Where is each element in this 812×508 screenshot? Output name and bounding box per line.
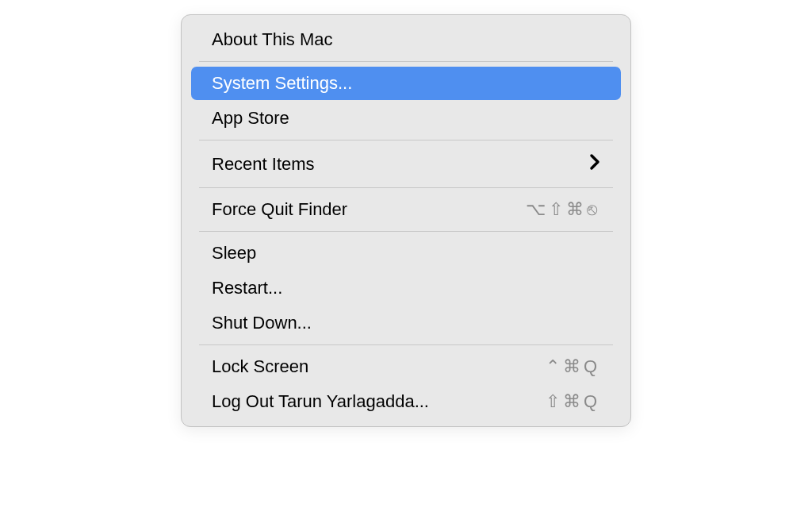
chevron-right-icon (589, 152, 600, 176)
menu-item-label: System Settings... (212, 73, 600, 94)
keyboard-shortcut: ⇧ ⌘ Q (546, 391, 600, 412)
command-key-icon: ⌘ (563, 391, 584, 412)
menu-item-label: Shut Down... (212, 313, 600, 333)
menu-item-shut-down[interactable]: Shut Down... (191, 306, 621, 340)
keyboard-shortcut: ⌃ ⌘ Q (546, 356, 600, 377)
apple-menu: About This Mac System Settings... App St… (181, 14, 631, 427)
keyboard-shortcut: ⌥ ⇧ ⌘ ⎋ (526, 199, 600, 220)
menu-separator (199, 187, 613, 188)
menu-separator (199, 231, 613, 232)
menu-separator (199, 140, 613, 140)
menu-item-app-store[interactable]: App Store (191, 102, 621, 135)
menu-item-about-this-mac[interactable]: About This Mac (191, 23, 621, 56)
shift-key-icon: ⇧ (546, 391, 563, 412)
command-key-icon: ⌘ (566, 199, 587, 220)
menu-separator (199, 61, 613, 62)
menu-item-label: About This Mac (212, 29, 600, 50)
control-key-icon: ⌃ (546, 356, 563, 377)
command-key-icon: ⌘ (563, 356, 584, 377)
menu-item-label: Sleep (212, 243, 600, 264)
shift-key-icon: ⇧ (549, 199, 566, 220)
menu-item-label: Force Quit Finder (212, 199, 526, 220)
menu-item-force-quit-finder[interactable]: Force Quit Finder ⌥ ⇧ ⌘ ⎋ (191, 193, 621, 226)
menu-item-label: Log Out Tarun Yarlagadda... (212, 391, 546, 412)
menu-item-log-out[interactable]: Log Out Tarun Yarlagadda... ⇧ ⌘ Q (191, 385, 621, 418)
menu-item-lock-screen[interactable]: Lock Screen ⌃ ⌘ Q (191, 350, 621, 383)
menu-item-label: Lock Screen (212, 356, 546, 377)
menu-item-label: Recent Items (212, 154, 589, 175)
menu-item-sleep[interactable]: Sleep (191, 237, 621, 270)
q-key: Q (584, 356, 600, 377)
q-key: Q (584, 391, 600, 412)
menu-separator (199, 344, 613, 345)
menu-item-recent-items[interactable]: Recent Items (191, 145, 621, 183)
option-key-icon: ⌥ (526, 199, 549, 220)
menu-item-restart[interactable]: Restart... (191, 271, 621, 305)
menu-item-label: App Store (212, 108, 600, 129)
menu-item-label: Restart... (212, 278, 600, 298)
menu-item-system-settings[interactable]: System Settings... (191, 67, 621, 100)
escape-key-icon: ⎋ (587, 199, 600, 220)
